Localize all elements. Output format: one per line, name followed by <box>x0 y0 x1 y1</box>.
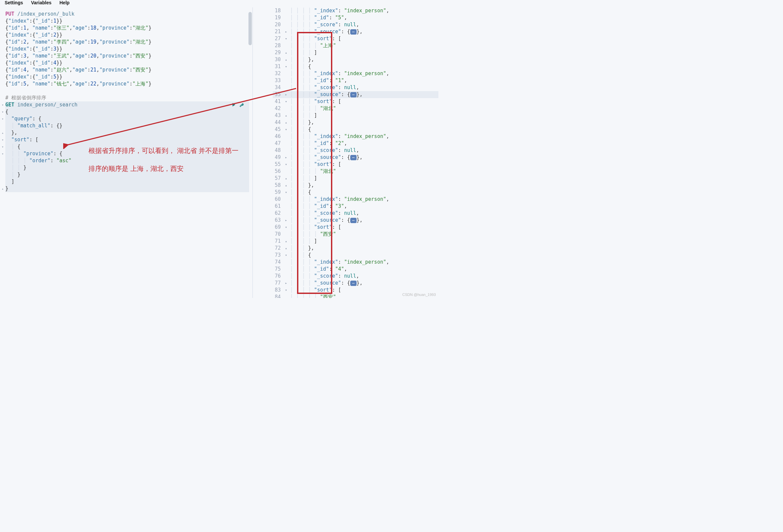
scrollbar-thumb[interactable] <box>248 12 252 45</box>
annotation-text-1: 根据省升序排序，可以看到， 湖北省 并不是排第一 <box>89 146 239 155</box>
wrench-icon[interactable] <box>239 102 245 109</box>
menu-help[interactable]: Help <box>60 0 69 5</box>
menu-bar: Settings Variables Help <box>0 0 438 7</box>
menu-variables[interactable]: Variables <box>31 0 52 5</box>
play-icon[interactable] <box>230 102 237 109</box>
annotation-box <box>297 32 332 294</box>
response-pane[interactable]: 18│ │ │ │ "_index": "index_person",19│ │… <box>253 7 438 298</box>
run-actions <box>230 102 245 109</box>
menu-settings[interactable]: Settings <box>5 0 23 5</box>
watermark: CSDN @huan_1993 <box>403 293 436 297</box>
annotation-text-2: 排序的顺序是 上海，湖北，西安 <box>89 164 184 173</box>
fold-gutter-left: ▾▾▾ ▴▾▾▾ ▴ <box>0 7 5 298</box>
